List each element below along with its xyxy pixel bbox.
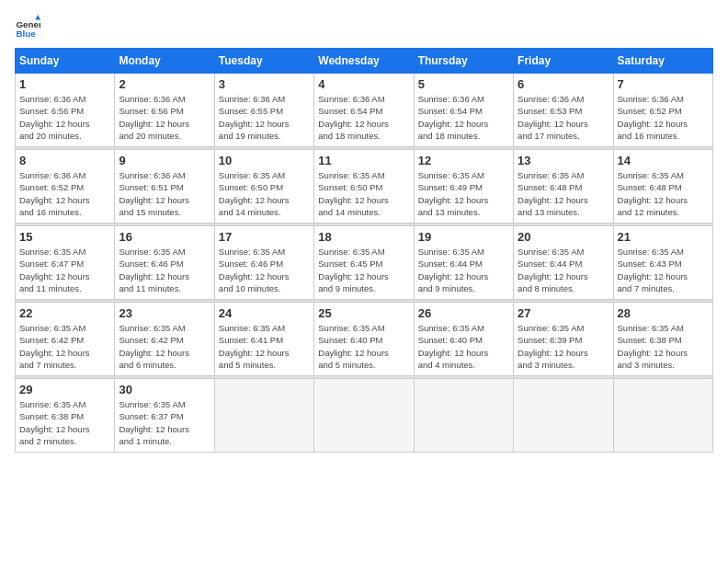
day-number: 18 [318, 230, 409, 244]
day-info: Sunrise: 6:35 AMSunset: 6:49 PMDaylight:… [418, 169, 509, 218]
calendar-cell: 24Sunrise: 6:35 AMSunset: 6:41 PMDayligh… [214, 303, 313, 376]
day-number: 12 [418, 154, 509, 167]
day-number: 26 [418, 306, 509, 320]
calendar-cell [214, 379, 313, 453]
calendar-week-2: 8Sunrise: 6:36 AMSunset: 6:52 PMDaylight… [16, 150, 713, 224]
day-number: 21 [618, 230, 709, 244]
calendar-cell: 3Sunrise: 6:36 AMSunset: 6:55 PMDaylight… [214, 74, 313, 147]
day-info: Sunrise: 6:35 AMSunset: 6:45 PMDaylight:… [318, 246, 409, 294]
day-info: Sunrise: 6:35 AMSunset: 6:46 PMDaylight:… [119, 246, 210, 294]
day-number: 11 [318, 154, 409, 167]
day-info: Sunrise: 6:35 AMSunset: 6:48 PMDaylight:… [618, 169, 709, 218]
day-info: Sunrise: 6:35 AMSunset: 6:50 PMDaylight:… [318, 169, 409, 218]
page-header: General Blue [15, 15, 713, 40]
calendar-cell: 20Sunrise: 6:35 AMSunset: 6:44 PMDayligh… [514, 226, 613, 300]
weekday-header-monday: Monday [115, 49, 214, 74]
day-number: 6 [518, 77, 609, 91]
calendar-cell: 15Sunrise: 6:35 AMSunset: 6:47 PMDayligh… [16, 226, 115, 300]
day-info: Sunrise: 6:35 AMSunset: 6:39 PMDaylight:… [518, 322, 609, 371]
day-number: 28 [618, 306, 709, 320]
day-number: 4 [318, 77, 409, 91]
day-info: Sunrise: 6:35 AMSunset: 6:42 PMDaylight:… [19, 322, 110, 371]
day-info: Sunrise: 6:36 AMSunset: 6:52 PMDaylight:… [618, 93, 709, 142]
day-info: Sunrise: 6:36 AMSunset: 6:51 PMDaylight:… [119, 169, 210, 218]
calendar-cell: 21Sunrise: 6:35 AMSunset: 6:43 PMDayligh… [613, 226, 712, 300]
day-number: 15 [19, 230, 110, 244]
calendar-cell: 27Sunrise: 6:35 AMSunset: 6:39 PMDayligh… [514, 303, 613, 376]
calendar-cell: 22Sunrise: 6:35 AMSunset: 6:42 PMDayligh… [16, 303, 115, 376]
day-info: Sunrise: 6:35 AMSunset: 6:37 PMDaylight:… [119, 398, 210, 447]
calendar-cell: 29Sunrise: 6:35 AMSunset: 6:38 PMDayligh… [16, 379, 115, 453]
day-info: Sunrise: 6:36 AMSunset: 6:52 PMDaylight:… [19, 169, 110, 218]
day-info: Sunrise: 6:36 AMSunset: 6:53 PMDaylight:… [518, 93, 609, 142]
calendar-cell: 14Sunrise: 6:35 AMSunset: 6:48 PMDayligh… [613, 150, 712, 224]
calendar-cell: 11Sunrise: 6:35 AMSunset: 6:50 PMDayligh… [314, 150, 414, 224]
calendar-cell: 8Sunrise: 6:36 AMSunset: 6:52 PMDaylight… [16, 150, 115, 224]
calendar-cell: 30Sunrise: 6:35 AMSunset: 6:37 PMDayligh… [115, 379, 214, 453]
day-number: 16 [119, 230, 210, 244]
calendar-cell: 18Sunrise: 6:35 AMSunset: 6:45 PMDayligh… [314, 226, 414, 300]
calendar-week-4: 22Sunrise: 6:35 AMSunset: 6:42 PMDayligh… [16, 303, 713, 376]
day-number: 1 [19, 77, 110, 91]
day-info: Sunrise: 6:36 AMSunset: 6:56 PMDaylight:… [19, 93, 110, 142]
calendar-cell: 17Sunrise: 6:35 AMSunset: 6:46 PMDayligh… [214, 226, 313, 300]
day-number: 3 [219, 77, 310, 91]
weekday-header-sunday: Sunday [16, 49, 115, 74]
day-info: Sunrise: 6:35 AMSunset: 6:42 PMDaylight:… [119, 322, 210, 371]
calendar-cell: 9Sunrise: 6:36 AMSunset: 6:51 PMDaylight… [115, 150, 214, 224]
day-number: 19 [418, 230, 509, 244]
day-number: 2 [119, 77, 210, 91]
calendar-cell: 1Sunrise: 6:36 AMSunset: 6:56 PMDaylight… [16, 74, 115, 147]
day-number: 10 [219, 154, 310, 167]
calendar-cell [613, 379, 712, 453]
calendar-table: SundayMondayTuesdayWednesdayThursdayFrid… [15, 48, 713, 453]
calendar-cell: 7Sunrise: 6:36 AMSunset: 6:52 PMDaylight… [613, 74, 712, 147]
day-info: Sunrise: 6:35 AMSunset: 6:44 PMDaylight:… [418, 246, 509, 294]
calendar-cell [314, 379, 414, 453]
weekday-header-thursday: Thursday [414, 49, 513, 74]
day-info: Sunrise: 6:35 AMSunset: 6:40 PMDaylight:… [318, 322, 409, 371]
day-number: 8 [19, 154, 110, 167]
day-info: Sunrise: 6:36 AMSunset: 6:55 PMDaylight:… [219, 93, 310, 142]
logo: General Blue [15, 15, 44, 40]
day-info: Sunrise: 6:35 AMSunset: 6:40 PMDaylight:… [418, 322, 509, 371]
day-info: Sunrise: 6:36 AMSunset: 6:54 PMDaylight:… [318, 93, 409, 142]
day-number: 29 [19, 383, 110, 396]
day-number: 22 [19, 306, 110, 320]
day-info: Sunrise: 6:35 AMSunset: 6:38 PMDaylight:… [618, 322, 709, 371]
day-number: 23 [119, 306, 210, 320]
day-info: Sunrise: 6:35 AMSunset: 6:38 PMDaylight:… [19, 398, 110, 447]
day-number: 17 [219, 230, 310, 244]
calendar-cell: 25Sunrise: 6:35 AMSunset: 6:40 PMDayligh… [314, 303, 414, 376]
calendar-cell: 4Sunrise: 6:36 AMSunset: 6:54 PMDaylight… [314, 74, 414, 147]
calendar-cell: 16Sunrise: 6:35 AMSunset: 6:46 PMDayligh… [115, 226, 214, 300]
calendar-cell: 6Sunrise: 6:36 AMSunset: 6:53 PMDaylight… [514, 74, 613, 147]
day-number: 24 [219, 306, 310, 320]
day-info: Sunrise: 6:36 AMSunset: 6:54 PMDaylight:… [418, 93, 509, 142]
weekday-header-wednesday: Wednesday [314, 49, 414, 74]
svg-marker-2 [35, 15, 40, 20]
weekday-header-friday: Friday [514, 49, 613, 74]
calendar-cell: 19Sunrise: 6:35 AMSunset: 6:44 PMDayligh… [414, 226, 513, 300]
calendar-cell: 13Sunrise: 6:35 AMSunset: 6:48 PMDayligh… [514, 150, 613, 224]
svg-text:Blue: Blue [16, 29, 36, 39]
day-info: Sunrise: 6:35 AMSunset: 6:44 PMDaylight:… [518, 246, 609, 294]
day-number: 14 [618, 154, 709, 167]
weekday-header-saturday: Saturday [613, 49, 712, 74]
logo-icon: General Blue [15, 15, 40, 40]
day-number: 9 [119, 154, 210, 167]
day-info: Sunrise: 6:35 AMSunset: 6:50 PMDaylight:… [219, 169, 310, 218]
day-info: Sunrise: 6:35 AMSunset: 6:47 PMDaylight:… [19, 246, 110, 294]
calendar-week-3: 15Sunrise: 6:35 AMSunset: 6:47 PMDayligh… [16, 226, 713, 300]
day-info: Sunrise: 6:35 AMSunset: 6:48 PMDaylight:… [518, 169, 609, 218]
day-number: 30 [119, 383, 210, 396]
day-info: Sunrise: 6:35 AMSunset: 6:46 PMDaylight:… [219, 246, 310, 294]
calendar-cell: 10Sunrise: 6:35 AMSunset: 6:50 PMDayligh… [214, 150, 313, 224]
day-number: 25 [318, 306, 409, 320]
day-number: 27 [518, 306, 609, 320]
day-number: 5 [418, 77, 509, 91]
weekday-header-tuesday: Tuesday [214, 49, 313, 74]
calendar-cell: 23Sunrise: 6:35 AMSunset: 6:42 PMDayligh… [115, 303, 214, 376]
calendar-cell [414, 379, 513, 453]
calendar-cell: 5Sunrise: 6:36 AMSunset: 6:54 PMDaylight… [414, 74, 513, 147]
